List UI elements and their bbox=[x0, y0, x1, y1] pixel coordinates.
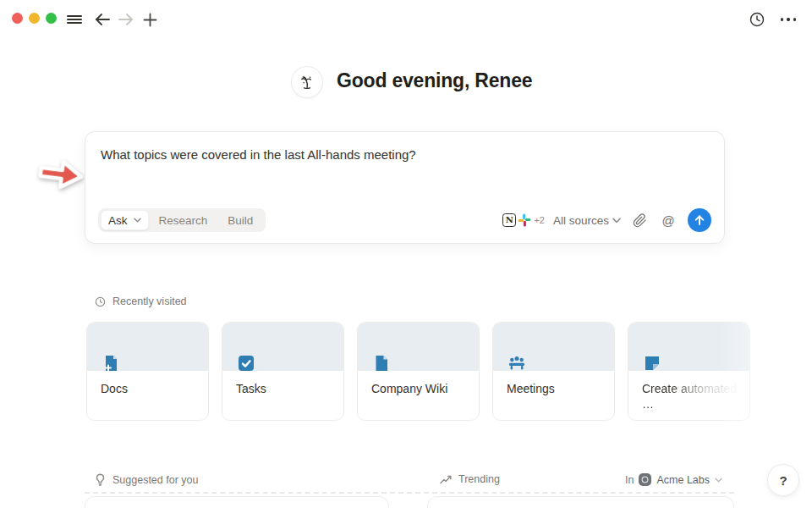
automation-icon bbox=[642, 353, 662, 373]
card-label: Meetings bbox=[507, 382, 603, 397]
ai-composer[interactable]: What topics were covered in the last All… bbox=[85, 131, 725, 244]
trending-header: Trending bbox=[440, 473, 500, 485]
chevron-down-icon bbox=[715, 478, 722, 483]
workspace-logo-icon bbox=[639, 473, 651, 486]
recently-visited-header: Recently visited bbox=[95, 295, 187, 307]
composer-actions: N +2 All sources @ bbox=[502, 208, 711, 232]
new-doc-icon bbox=[101, 353, 121, 373]
red-arrow-annotation bbox=[34, 152, 90, 198]
mode-ask-label: Ask bbox=[108, 214, 128, 227]
send-button[interactable] bbox=[688, 208, 711, 232]
recently-visited-row: Docs Tasks Company Wiki Meetings bbox=[86, 322, 812, 422]
history-button[interactable] bbox=[748, 10, 766, 29]
help-label: ? bbox=[779, 473, 787, 488]
clock-icon bbox=[749, 11, 765, 28]
scope-prefix: In bbox=[625, 474, 634, 486]
sources-selector[interactable]: N +2 All sources bbox=[502, 213, 621, 227]
mention-button[interactable]: @ bbox=[658, 210, 678, 230]
back-arrow-icon bbox=[94, 12, 111, 27]
card-label: Tasks bbox=[236, 382, 332, 397]
mode-build-button[interactable]: Build bbox=[217, 214, 263, 227]
window-minimize-button[interactable] bbox=[29, 13, 40, 24]
trending-card[interactable] bbox=[427, 496, 734, 508]
window-close-button[interactable] bbox=[12, 13, 23, 24]
window-zoom-button[interactable] bbox=[46, 13, 57, 24]
all-sources-label: All sources bbox=[553, 214, 609, 227]
lightbulb-icon bbox=[95, 473, 106, 486]
card-create-automated[interactable]: Create automated … bbox=[628, 322, 750, 421]
mode-switcher: Ask Research Build bbox=[98, 208, 266, 232]
suggested-title: Suggested for you bbox=[112, 474, 198, 486]
composer-input[interactable]: What topics were covered in the last All… bbox=[101, 147, 416, 162]
card-tasks[interactable]: Tasks bbox=[222, 322, 344, 421]
plus-icon bbox=[143, 13, 157, 27]
new-tab-button[interactable] bbox=[140, 10, 159, 29]
suggested-card[interactable] bbox=[85, 496, 389, 508]
slack-source-icon bbox=[518, 213, 531, 227]
page-title: Good evening, Renee bbox=[337, 69, 532, 92]
arrow-up-icon bbox=[694, 214, 705, 226]
trending-icon bbox=[440, 475, 452, 484]
greeting-avatar bbox=[291, 66, 323, 98]
more-options-button[interactable] bbox=[779, 10, 798, 29]
dashed-divider bbox=[85, 492, 734, 494]
ellipsis-icon bbox=[781, 18, 796, 20]
clock-icon bbox=[95, 296, 106, 307]
help-button[interactable]: ? bbox=[767, 464, 799, 496]
card-label: Create automated … bbox=[642, 382, 738, 411]
chevron-down-icon bbox=[134, 218, 141, 223]
workspace-name: Acme Labs bbox=[656, 474, 710, 486]
card-label: Docs bbox=[101, 382, 197, 397]
card-docs[interactable]: Docs bbox=[86, 322, 209, 421]
attach-file-button[interactable] bbox=[629, 210, 650, 230]
extra-sources-count: +2 bbox=[534, 215, 545, 225]
mode-ask-button[interactable]: Ask bbox=[101, 210, 149, 230]
card-company-wiki[interactable]: Company Wiki bbox=[357, 322, 480, 421]
mode-research-button[interactable]: Research bbox=[149, 214, 218, 227]
task-check-icon bbox=[236, 353, 256, 373]
sidebar-menu-button[interactable] bbox=[65, 10, 84, 29]
wiki-doc-icon bbox=[371, 353, 392, 373]
suggested-header: Suggested for you bbox=[95, 473, 198, 486]
chevron-down-icon bbox=[612, 218, 621, 224]
at-icon: @ bbox=[661, 213, 674, 228]
card-label: Company Wiki bbox=[371, 382, 468, 397]
recently-visited-title: Recently visited bbox=[112, 295, 187, 307]
workspace-scope-selector[interactable]: In Acme Labs bbox=[625, 473, 722, 486]
paperclip-icon bbox=[633, 213, 647, 228]
back-button[interactable] bbox=[93, 10, 112, 29]
forward-button[interactable] bbox=[117, 10, 135, 29]
palm-tree-icon bbox=[299, 74, 315, 91]
meeting-people-icon bbox=[507, 353, 527, 373]
notion-source-icon: N bbox=[502, 213, 516, 227]
forward-arrow-icon bbox=[118, 12, 134, 27]
card-meetings[interactable]: Meetings bbox=[492, 322, 615, 421]
trending-title: Trending bbox=[458, 473, 500, 485]
hamburger-icon bbox=[67, 13, 82, 26]
